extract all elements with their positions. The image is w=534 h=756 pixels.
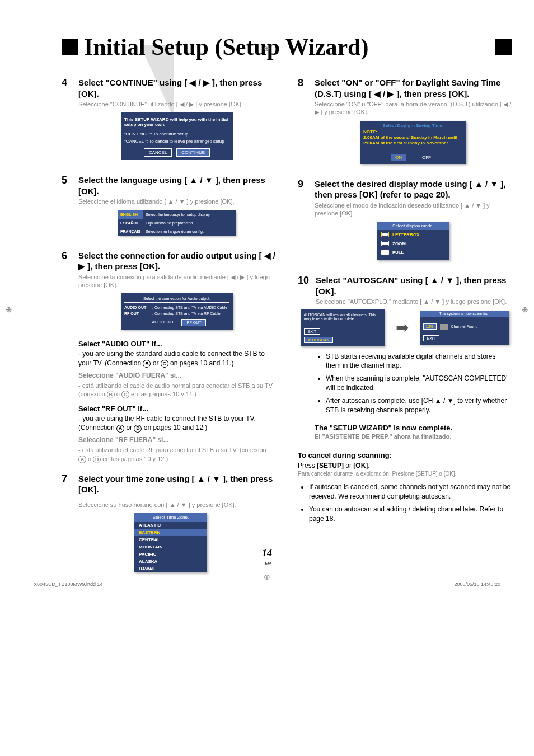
setup-wizard-dialog: This SETUP WIZARD will help you with the… [121,112,233,160]
rf-out-val: : Connecting STB and TV via RF Cable [152,312,229,316]
dialog-text: This SETUP WIZARD will help you with the… [124,116,229,128]
display-mode-dialog: Select display mode. LETTERBOX ZOOM FULL [377,222,449,260]
letterbox-icon [381,232,389,237]
text-fragment: on pages 10 and 12.) [142,424,207,431]
full-icon [381,250,389,255]
scan-percentage: 12% [423,323,437,330]
cancel-heading: To cancel during scanning: [298,451,512,459]
display-label: ZOOM [392,241,406,246]
step-number: 7 [62,473,72,577]
step-subtitle: Seleccione "AUTOEXPLO." mediante [ ▲ / ▼… [316,298,512,306]
step-title: Select "CONTINUE" using [ ◀ / ▶ ], then … [78,77,275,99]
text-fragment: After autoscan is complete, use [CH ▲ / … [326,397,507,414]
dialog-title: Select the connection for Audio output. [124,297,229,303]
ok-key: [OK] [353,462,368,469]
lang-francais-label: FRANÇAIS [118,227,143,236]
audio-out-button: AUDIO OUT [148,319,179,326]
tz-eastern: EASTERN [134,529,207,536]
dialog-text: "CONTINUE": To continue setup [124,130,229,138]
registration-mark-right: ⊕ [522,305,528,314]
letter-a-icon: A [116,425,124,433]
step-title: Select "ON" or "OFF" for Daylight Saving… [315,77,512,99]
text-fragment: o [86,456,93,462]
autoscan-prompt-dialog: AUTOSCAN will rescan all channels. This … [301,309,385,346]
audio-output-dialog: Select the connection for Audio output. … [121,293,233,330]
text-fragment: To cancel during scanning: [298,451,392,459]
page-header: Initial Setup (Setup Wizard) [62,34,512,60]
autoscan-dialogs: AUTOSCAN will rescan all channels. This … [298,309,512,346]
page-language: EN [265,561,271,566]
dst-on-button: ON [391,154,406,161]
cancel-body: Press [SETUP] or [OK]. [298,462,512,469]
dialog-title: Select Time Zone. [134,513,207,522]
step-number: 4 [62,77,72,165]
audio-fuera-heading: Seleccione "AUDIO FUERA" si... [78,372,275,379]
letter-d-icon: D [134,425,142,433]
step-number: 9 [298,179,308,265]
dialog-text: AUTOSCAN will rescan all channels. This … [304,313,381,321]
audio-out-heading: Select "AUDIO OUT" if... [78,340,275,348]
step-7: 7 Select your time zone using [ ▲ / ▼ ],… [62,473,275,577]
letter-c-icon: C [161,360,168,368]
wizard-complete: The "SETUP WIZARD" is now complete. [315,424,512,432]
dialog-title: The system is now scanning. [420,311,509,317]
list-item: You can do autoscan and adding / deletin… [309,505,512,524]
lang-espanol-text: Elija idioma de preparación. [143,219,236,227]
setup-key: [SETUP] [317,462,344,469]
arrow-right-icon: ➡ [396,318,409,337]
step-8: 8 Select "ON" or "OFF" for Daylight Savi… [298,77,512,168]
tz-atlantic: ATLANTIC [134,522,207,529]
text-fragment: en las páginas 10 y 11.) [129,391,196,397]
zoom-icon [381,241,389,246]
step-number: 5 [62,175,72,240]
list-item: After autoscan is complete, use [CH ▲ / … [326,396,512,415]
timezone-dialog: Select Time Zone. ATLANTIC EASTERN CENTR… [134,513,207,572]
step-9: 9 Select the desired display mode using … [298,179,512,265]
display-letterbox: LETTERBOX [377,230,449,239]
text-fragment: or [344,462,353,469]
lang-espanol-label: ESPAÑOL [118,219,143,227]
cancel-button: CANCEL [144,148,172,157]
cancel-sub: Para cancelar durante la exploración: Pr… [298,471,512,477]
letter-b-icon: B [143,360,151,368]
letter-d-icon: D [93,456,101,463]
dialog-title: Select display mode. [377,222,449,230]
step-4: 4 Select "CONTINUE" using [ ◀ / ▶ ], the… [62,77,275,165]
step-number: 8 [298,77,308,168]
text-fragment: - está utilizando el cable RF para conec… [78,447,266,453]
rf-fuera-heading: Seleccione "RF FUERA" si... [78,436,275,444]
page-number: 14 [262,547,272,559]
text-fragment: on pages 10 and 11.) [168,359,234,367]
audio-out-key: AUDIO OUT [124,306,152,309]
dst-note-text: 2:00AM of the second Sunday in March unt… [363,135,463,147]
step-5: 5 Select the language using [ ▲ / ▼ ], t… [62,175,275,240]
channel-found-label: Channel Found [451,325,478,328]
exit-button: EXIT [423,335,440,341]
step-title: Select the language using [ ▲ / ▼ ], the… [78,175,275,196]
step-title: Select "AUTOSCAN" using [ ▲ / ▼ ], then … [316,275,512,297]
language-dialog: ENGLISH Select the language for setup di… [118,210,236,236]
audio-fuera-body: - está utilizando el cable de audio norm… [78,382,275,399]
text-fragment: or [124,424,134,431]
lang-english-label: ENGLISH [118,210,143,219]
page-number-line [278,560,300,560]
rf-out-key: RF OUT [124,312,152,316]
wizard-complete-sub: El "ASISTENTE DE PREP." ahora ha finaliz… [315,433,512,440]
lang-english-text: Select the language for setup display. [143,210,236,219]
autoscan-notes: STB starts receiving available digital c… [326,352,512,415]
tz-central: CENTRAL [134,536,207,543]
dst-off-button: OFF [418,154,435,161]
autoscan-button: AUTOSCAN [304,337,334,343]
letter-b-icon: B [107,391,115,398]
list-item: STB starts receiving available digital c… [326,352,512,371]
rf-fuera-body: - está utilizando el cable RF para conec… [78,446,275,463]
step-title: Select your time zone using [ ▲ / ▼ ], t… [78,473,275,495]
footer: X6045UD_TB100MW9.indd 14 2008/05/16 14:4… [34,579,500,587]
dialog-text: "CANCEL ": To cancel to leave pre-arrang… [124,138,229,145]
step-subtitle: Seleccione el modo de indicación deseado… [315,201,512,218]
dst-dialog: Select Daylight Saving Time. NOTE: 2:00A… [360,121,466,164]
step-subtitle: Seleccione su huso horario con [ ▲ / ▼ ]… [78,501,275,509]
step-subtitle: Seleccione "ON" u "OFF" para la hora de … [315,100,512,116]
dialog-title: Select Daylight Saving Time. [363,123,463,129]
audio-out-body: - you are using the standard audio cable… [78,349,275,368]
